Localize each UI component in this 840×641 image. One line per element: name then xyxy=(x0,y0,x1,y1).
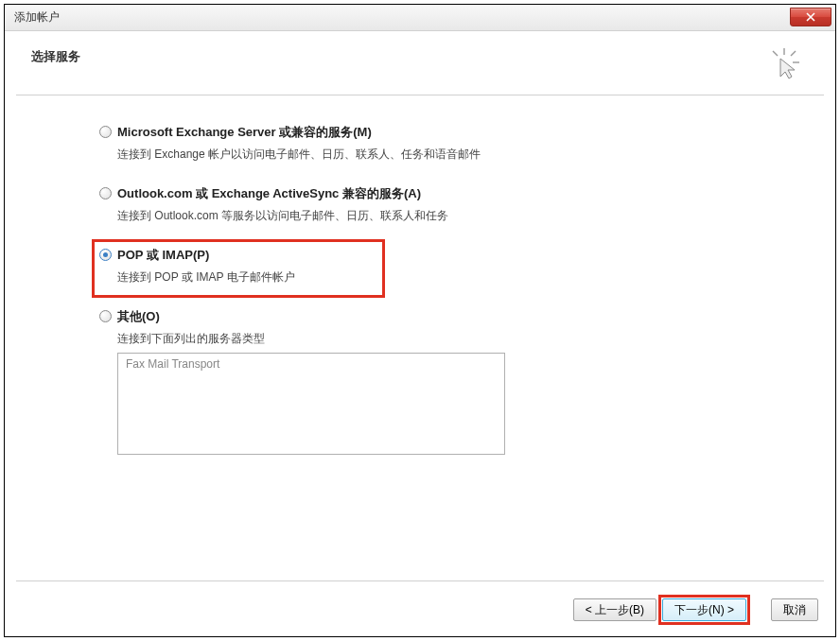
option-label-exchange: Microsoft Exchange Server 或兼容的服务(M) xyxy=(117,124,372,141)
next-button-wrapper: 下一步(N) > xyxy=(662,598,746,621)
back-button[interactable]: < 上一步(B) xyxy=(573,598,656,621)
option-label-outlook: Outlook.com 或 Exchange ActiveSync 兼容的服务(… xyxy=(117,185,421,202)
radio-other[interactable] xyxy=(99,310,112,322)
option-desc-other: 连接到下面列出的服务器类型 xyxy=(117,331,835,347)
list-item[interactable]: Fax Mail Transport xyxy=(126,357,497,371)
radio-pop-imap[interactable] xyxy=(99,249,112,261)
option-outlook: Outlook.com 或 Exchange ActiveSync 兼容的服务(… xyxy=(99,185,835,224)
server-type-listbox[interactable]: Fax Mail Transport xyxy=(117,353,505,455)
close-icon xyxy=(806,12,815,22)
wizard-footer: < 上一步(B) 下一步(N) > 取消 xyxy=(5,585,835,636)
titlebar: 添加帐户 xyxy=(5,5,835,31)
option-label-other: 其他(O) xyxy=(117,308,160,325)
svg-line-2 xyxy=(773,51,778,56)
option-desc-exchange: 连接到 Exchange 帐户以访问电子邮件、日历、联系人、任务和语音邮件 xyxy=(117,147,835,163)
content-area: Microsoft Exchange Server 或兼容的服务(M) 连接到 … xyxy=(5,95,835,580)
cancel-button[interactable]: 取消 xyxy=(771,598,818,621)
close-button[interactable] xyxy=(790,8,831,26)
add-account-dialog: 添加帐户 选择服务 xyxy=(4,4,836,637)
radio-outlook[interactable] xyxy=(99,187,112,199)
option-label-pop-imap: POP 或 IMAP(P) xyxy=(117,247,209,264)
footer-separator xyxy=(16,580,824,581)
option-desc-outlook: 连接到 Outlook.com 等服务以访问电子邮件、日历、联系人和任务 xyxy=(117,208,835,224)
radio-exchange[interactable] xyxy=(99,126,112,138)
wizard-header: 选择服务 xyxy=(5,31,835,95)
window-title: 添加帐户 xyxy=(14,9,60,26)
option-other: 其他(O) 连接到下面列出的服务器类型 Fax Mail Transport xyxy=(99,308,835,455)
next-button[interactable]: 下一步(N) > xyxy=(662,598,746,621)
page-title: 选择服务 xyxy=(31,48,80,65)
option-desc-pop-imap: 连接到 POP 或 IMAP 电子邮件帐户 xyxy=(117,269,835,286)
cursor-sparkle-icon xyxy=(767,46,801,83)
option-exchange: Microsoft Exchange Server 或兼容的服务(M) 连接到 … xyxy=(99,124,835,163)
svg-line-1 xyxy=(791,51,796,56)
option-pop-imap: POP 或 IMAP(P) 连接到 POP 或 IMAP 电子邮件帐户 xyxy=(99,247,835,286)
